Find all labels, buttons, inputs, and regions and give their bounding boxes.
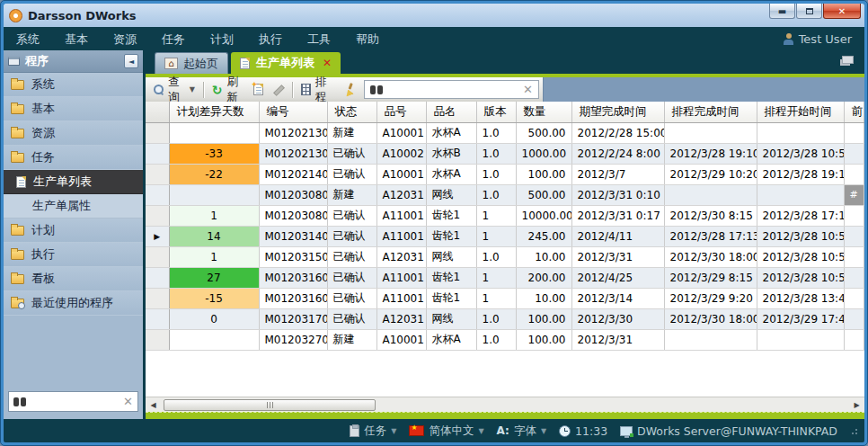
column-header[interactable]: 编号 <box>259 102 327 122</box>
row-indicator-cell[interactable] <box>146 122 169 143</box>
sidebar-item[interactable]: 看板 <box>4 267 143 291</box>
grid-cell[interactable]: 2012/3/30 8:15 <box>664 205 757 226</box>
current-user[interactable]: Test User <box>783 32 852 46</box>
grid-cell[interactable]: 齿轮1 <box>426 205 476 226</box>
grid-cell[interactable]: 已确认 <box>327 205 376 226</box>
grid-cell[interactable]: 2012/3/31 0:17 <box>571 205 664 226</box>
row-indicator-cell[interactable] <box>146 164 169 184</box>
grid-cell[interactable]: 27 <box>169 267 259 288</box>
grid-cell[interactable] <box>844 226 864 246</box>
grid-cell[interactable]: 2012/3/31 <box>571 246 664 267</box>
sidebar-item[interactable]: 系统 <box>4 73 143 97</box>
grid-cell[interactable]: 2012/3/28 17:13 <box>757 205 844 226</box>
grid-cell[interactable]: 2012/3/28 17:13 <box>664 226 757 246</box>
grid-cell[interactable]: A11001 <box>376 267 426 288</box>
grid-cell[interactable]: 10.00 <box>516 288 571 308</box>
edit-button[interactable] <box>268 80 288 100</box>
grid-cell[interactable]: 1.0 <box>476 122 516 143</box>
table-row[interactable]: 0M012031701已确认A12031网线1.0100.002012/3/30… <box>146 308 864 329</box>
grid-cell[interactable]: 200.00 <box>516 267 571 288</box>
grid-cell[interactable]: 网线 <box>426 246 476 267</box>
horizontal-scrollbar[interactable]: ◀ ▶ <box>146 397 864 412</box>
grid-cell[interactable]: M012021301 <box>259 122 327 143</box>
grid-cell[interactable]: 2012/3/31 0:10 <box>571 184 664 205</box>
column-header[interactable]: 排程开始时间 <box>757 102 844 122</box>
grid-cell[interactable]: 0 <box>169 308 259 329</box>
tab-production-order-list[interactable]: 生产单列表 ✕ <box>231 52 341 74</box>
query-button[interactable]: 查询 ▼ <box>149 80 199 100</box>
grid-cell[interactable]: 2012/3/28 10:52 <box>757 226 844 246</box>
resize-grip[interactable] <box>850 427 857 434</box>
grid-cell[interactable]: 2012/3/7 <box>571 164 664 184</box>
grid-cell[interactable]: A10001 <box>376 164 426 184</box>
sidebar-item[interactable]: 最近使用的程序 <box>4 291 143 316</box>
scroll-left-icon[interactable]: ◀ <box>146 397 161 412</box>
grid-cell[interactable]: 100.00 <box>516 329 571 350</box>
table-row[interactable]: -22M012021401已确认A10001水杯A1.0100.002012/3… <box>146 164 864 184</box>
row-indicator-cell[interactable] <box>146 246 169 267</box>
grid-cell[interactable] <box>757 122 844 143</box>
grid-cell[interactable]: 2012/3/31 <box>571 329 664 350</box>
font-menu[interactable]: A: 字体 ▼ <box>497 424 546 439</box>
grid-cell[interactable]: 2012/3/29 10:20 <box>664 164 757 184</box>
grid-cell[interactable]: 已确认 <box>327 164 376 184</box>
grid-cell[interactable]: 2012/3/28 19:10 <box>757 164 844 184</box>
column-header[interactable]: 品名 <box>426 102 476 122</box>
column-header[interactable]: 数量 <box>516 102 571 122</box>
sidebar-item[interactable]: 任务 <box>4 146 143 170</box>
grid-cell[interactable] <box>844 205 864 226</box>
grid-cell[interactable]: 2012/3/29 17:46 <box>757 308 844 329</box>
grid-cell[interactable]: A10001 <box>376 122 426 143</box>
grid-cell[interactable]: M012031501 <box>259 246 327 267</box>
grid-cell[interactable]: 2012/3/29 9:20 <box>664 288 757 308</box>
sidebar-item[interactable]: 计划 <box>4 219 143 243</box>
grid-cell[interactable]: 已确认 <box>327 246 376 267</box>
menu-item[interactable]: 工具 <box>307 32 331 46</box>
grid-cell[interactable]: 1.0 <box>476 143 516 164</box>
column-header[interactable] <box>146 102 169 122</box>
grid-cell[interactable] <box>844 246 864 267</box>
menu-item[interactable]: 任务 <box>162 32 185 46</box>
scrollbar-thumb[interactable] <box>164 399 376 411</box>
close-button[interactable]: ✕ <box>823 4 861 19</box>
scroll-right-icon[interactable]: ▶ <box>849 397 864 412</box>
grid-cell[interactable]: 齿轮1 <box>426 267 476 288</box>
grid-cell[interactable]: A12031 <box>376 308 426 329</box>
table-row[interactable]: 1M012030802已确认A11001齿轮1110000.002012/3/3… <box>146 205 864 226</box>
grid-cell[interactable]: -22 <box>169 164 259 184</box>
grid-cell[interactable]: 2012/3/30 18:00 <box>664 246 757 267</box>
clean-button[interactable] <box>339 80 360 100</box>
grid-cell[interactable]: 水杯A <box>426 164 476 184</box>
column-header[interactable]: 期望完成时间 <box>571 102 664 122</box>
menu-item[interactable]: 资源 <box>113 32 137 46</box>
grid-cell[interactable]: 1.0 <box>476 329 516 350</box>
grid-cell[interactable]: 齿轮1 <box>426 288 476 308</box>
sidebar-search-input[interactable] <box>26 396 123 408</box>
grid-cell[interactable]: 1 <box>169 246 259 267</box>
grid-cell[interactable]: 齿轮1 <box>426 226 476 246</box>
grid-cell[interactable] <box>844 122 864 143</box>
grid-cell[interactable]: 500.00 <box>516 122 571 143</box>
row-indicator-cell[interactable]: ▶ <box>146 226 169 246</box>
grid-cell[interactable]: M012031602 <box>259 288 327 308</box>
grid-cell[interactable]: M012030801 <box>259 184 327 205</box>
grid-cell[interactable]: 245.00 <box>516 226 571 246</box>
grid-cell[interactable]: -33 <box>169 143 259 164</box>
table-row[interactable]: -15M012031602已确认A11001齿轮1110.002012/3/14… <box>146 288 864 308</box>
sidebar-item[interactable]: 基本 <box>4 97 143 121</box>
grid-cell[interactable]: M012021302 <box>259 143 327 164</box>
grid-cell[interactable]: 1.0 <box>476 246 516 267</box>
grid-cell[interactable]: A11001 <box>376 205 426 226</box>
clear-search-icon[interactable]: ✕ <box>123 396 133 407</box>
sidebar-item[interactable]: 资源 <box>4 121 143 146</box>
grid-cell[interactable]: 2012/2/24 8:00 <box>571 143 664 164</box>
grid-cell[interactable]: 1.0 <box>476 184 516 205</box>
grid-cell[interactable]: M012031601 <box>259 267 327 288</box>
grid-cell[interactable] <box>844 329 864 350</box>
tab-close-icon[interactable]: ✕ <box>323 58 332 68</box>
row-indicator-cell[interactable] <box>146 288 169 308</box>
grid-cell[interactable] <box>844 143 864 164</box>
grid-cell[interactable]: 已确认 <box>327 288 376 308</box>
grid-cell[interactable]: M012031402 <box>259 226 327 246</box>
sidebar-item[interactable]: 执行 <box>4 243 143 267</box>
